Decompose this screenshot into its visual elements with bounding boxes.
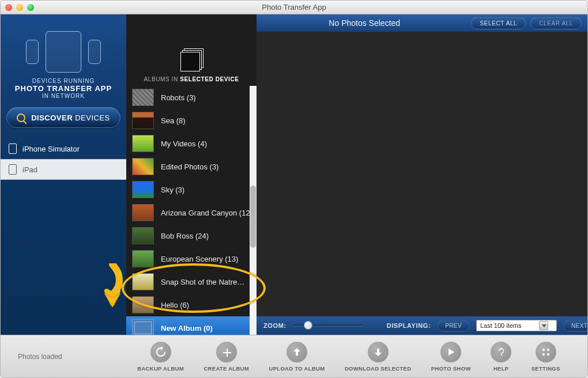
albums-scrollbar-thumb[interactable]: [250, 186, 256, 248]
displaying-label: DISPLAYING:: [387, 322, 431, 329]
album-item[interactable]: Sky (3): [126, 178, 250, 201]
album-label: European Scenery (13): [161, 255, 238, 263]
device-list: iPhone SimulatoriPad: [1, 138, 126, 180]
discover-devices-button[interactable]: DISCOVER DEVICES: [6, 107, 120, 128]
main-row: DEVICES RUNNING PHOTO TRANSFER APP IN NE…: [1, 14, 587, 335]
select-all-button[interactable]: SELECT ALL: [471, 17, 526, 29]
album-label: New Album (0): [161, 324, 213, 332]
footer-help-button[interactable]: HELP: [491, 342, 511, 372]
content-bottombar: ZOOM: DISPLAYING: PREV Last 100 items NE…: [257, 316, 587, 335]
upload-icon: [287, 342, 307, 362]
sidebar: DEVICES RUNNING PHOTO TRANSFER APP IN NE…: [1, 14, 126, 335]
help-icon: [491, 342, 511, 362]
footer-icon-label: HELP: [493, 365, 509, 372]
album-item[interactable]: Sea (8): [126, 109, 250, 132]
next-button[interactable]: NEXT: [564, 320, 588, 331]
footer-icon-label: BACKUP ALBUM: [137, 365, 184, 372]
footer-show-button[interactable]: PHOTO SHOW: [431, 342, 471, 372]
content-topbar: No Photos Selected SELECT ALL CLEAR ALL: [257, 14, 587, 32]
photo-grid: [257, 32, 587, 316]
footer-icon-label: DOWNLOAD SELECTED: [345, 365, 411, 372]
album-label: Sky (3): [161, 186, 184, 194]
footer-status: Photos loaded: [18, 353, 127, 361]
prev-button[interactable]: PREV: [438, 320, 469, 331]
show-icon: [440, 342, 461, 362]
album-thumbnail: [132, 227, 154, 244]
album-list: Robots (3)Sea (8)My Videos (4)Edited Pho…: [126, 86, 250, 335]
album-thumbnail: [132, 135, 154, 152]
device-label: iPhone Simulator: [22, 145, 80, 153]
sidebar-caption: DEVICES RUNNING PHOTO TRANSFER APP IN NE…: [1, 78, 126, 99]
sidebar-caption-line1: DEVICES RUNNING: [1, 78, 126, 84]
album-label: My Videos (4): [161, 139, 207, 148]
album-label: Arizona Grand Canyon (12): [161, 209, 250, 217]
album-label: Bob Ross (24): [161, 232, 209, 240]
footer-icons: BACKUP ALBUMCREATE ALBUMUPLOAD TO ALBUMD…: [127, 342, 570, 372]
album-thumbnail: [132, 296, 154, 313]
footer-create-button[interactable]: CREATE ALBUM: [203, 342, 249, 372]
album-label: Robots (3): [161, 93, 196, 102]
device-item[interactable]: iPad: [1, 159, 126, 180]
footer-upload-button[interactable]: UPLOAD TO ALBUM: [269, 342, 325, 372]
album-thumbnail: [132, 319, 154, 335]
album-item[interactable]: My Videos (4): [126, 132, 250, 155]
album-thumbnail: [132, 89, 154, 106]
clear-all-button[interactable]: CLEAR ALL: [530, 17, 582, 29]
device-icon: [9, 164, 17, 175]
app-window: Photo Transfer App DEVICES RUNNING PHOTO…: [0, 0, 588, 378]
album-thumbnail: [132, 273, 154, 290]
download-icon: [368, 342, 389, 362]
window-titlebar: Photo Transfer App: [1, 1, 587, 14]
albums-header: ALBUMS IN SELECTED DEVICE: [126, 14, 257, 86]
album-item[interactable]: Bob Ross (24): [126, 224, 250, 247]
zoom-slider[interactable]: [293, 324, 363, 327]
albums-panel: ALBUMS IN SELECTED DEVICE Robots (3)Sea …: [126, 14, 257, 335]
settings-icon: [536, 342, 556, 362]
devices-illustration: [1, 14, 126, 78]
content-column: No Photos Selected SELECT ALL CLEAR ALL …: [257, 14, 587, 335]
footer-settings-button[interactable]: SETTINGS: [532, 342, 560, 372]
album-item[interactable]: Arizona Grand Canyon (12): [126, 201, 250, 224]
album-thumbnail: [132, 112, 154, 129]
footer: Photos loaded BACKUP ALBUMCREATE ALBUMUP…: [1, 335, 587, 377]
album-thumbnail: [132, 158, 154, 175]
album-item[interactable]: New Album (0): [126, 316, 250, 335]
displaying-dropdown[interactable]: Last 100 items: [476, 320, 557, 331]
footer-backup-button[interactable]: BACKUP ALBUM: [137, 342, 184, 372]
sidebar-caption-line3: IN NETWORK: [1, 93, 126, 99]
album-label: Snap Shot of the Natre…: [161, 278, 244, 286]
selection-status: No Photos Selected: [262, 18, 466, 28]
album-thumbnail: [132, 204, 154, 221]
album-thumbnail: [132, 181, 154, 198]
svg-point-3: [547, 353, 549, 356]
svg-point-2: [542, 353, 545, 356]
footer-icon-label: PHOTO SHOW: [431, 365, 471, 372]
chevron-down-icon: [539, 321, 548, 330]
album-item[interactable]: Hello (6): [126, 293, 250, 316]
album-item[interactable]: Robots (3): [126, 86, 250, 109]
footer-icon-label: SETTINGS: [532, 365, 560, 372]
zoom-slider-thumb[interactable]: [304, 321, 312, 330]
svg-point-0: [542, 349, 545, 351]
device-item[interactable]: iPhone Simulator: [1, 138, 126, 159]
albums-icon: [180, 48, 202, 70]
album-item[interactable]: Edited Photos (3): [126, 155, 250, 178]
svg-point-1: [547, 349, 549, 351]
footer-icon-label: UPLOAD TO ALBUM: [269, 365, 325, 372]
album-item[interactable]: Snap Shot of the Natre…: [126, 270, 250, 293]
displaying-value: Last 100 items: [480, 322, 522, 329]
albums-scroll: Robots (3)Sea (8)My Videos (4)Edited Pho…: [126, 86, 257, 335]
album-label: Hello (6): [161, 301, 189, 309]
album-item[interactable]: European Scenery (13): [126, 247, 250, 270]
zoom-label: ZOOM:: [263, 322, 287, 329]
device-label: iPad: [22, 165, 37, 174]
search-icon: [17, 114, 25, 122]
albums-scrollbar-track[interactable]: [250, 86, 257, 335]
album-thumbnail: [132, 250, 154, 267]
album-label: Edited Photos (3): [161, 162, 218, 171]
create-icon: [216, 342, 237, 362]
footer-icon-label: CREATE ALBUM: [203, 365, 249, 372]
device-icon: [9, 143, 17, 154]
backup-icon: [150, 342, 171, 362]
footer-download-button[interactable]: DOWNLOAD SELECTED: [345, 342, 411, 372]
